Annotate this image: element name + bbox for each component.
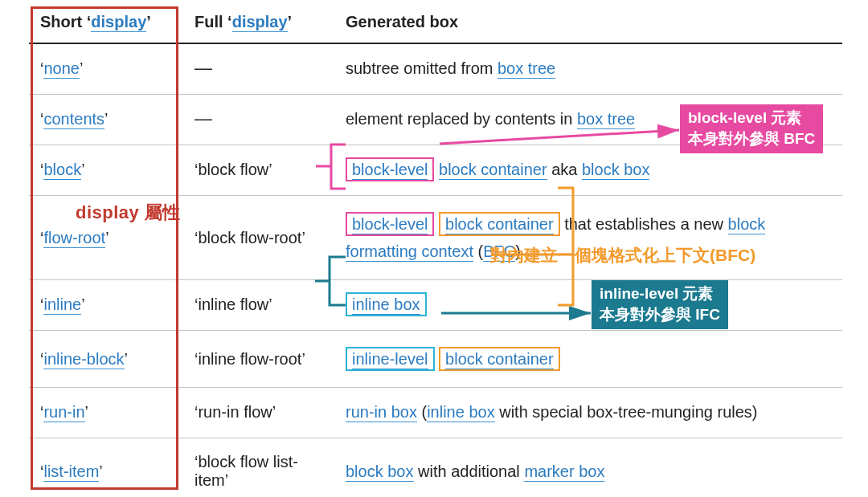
short-value[interactable]: run-in xyxy=(43,403,84,422)
table-row: none — subtree omitted from box tree xyxy=(29,43,842,95)
link[interactable]: block container xyxy=(439,161,547,180)
col-gen: Generated box xyxy=(334,5,842,43)
full-value: run-in flow xyxy=(183,388,334,438)
col-full: Full display xyxy=(183,5,334,43)
hl-block-container: block container xyxy=(439,212,560,236)
full-value: inline flow-root xyxy=(183,331,334,388)
full-value: block flow list-item xyxy=(183,438,334,498)
annotation-teal-badge: inline-level 元素 本身對外參與 IFC xyxy=(592,280,728,329)
gen-value: inline box xyxy=(334,280,842,331)
hl-block-level: block-level xyxy=(346,212,434,236)
short-value[interactable]: list-item xyxy=(43,462,99,482)
link[interactable]: block box xyxy=(582,161,650,180)
gen-value: run-in box (inline box with special box-… xyxy=(334,388,842,438)
link[interactable]: box tree xyxy=(497,59,555,79)
short-value[interactable]: contents xyxy=(43,110,104,129)
short-value[interactable]: none xyxy=(43,59,80,79)
table-header-row: Short display Full display Generated box xyxy=(29,5,842,43)
full-value: inline flow xyxy=(183,280,334,331)
gen-value: block box with additional marker box xyxy=(334,438,842,498)
short-value[interactable]: inline-block xyxy=(43,350,124,369)
gen-value: block-level block container that establi… xyxy=(334,196,842,280)
hl-block-container: block container xyxy=(439,347,560,371)
annotation-display-label: display 屬性 xyxy=(76,201,181,225)
table-row: list-item block flow list-item block box… xyxy=(29,438,842,498)
short-value[interactable]: flow-root xyxy=(43,229,105,248)
badge-line: 本身對外參與 IFC xyxy=(600,304,720,325)
link[interactable]: marker box xyxy=(524,462,604,482)
badge-line: 本身對外參與 BFC xyxy=(688,128,815,149)
display-link[interactable]: display xyxy=(232,13,288,32)
table-row: inline-block inline flow-root inline-lev… xyxy=(29,331,842,388)
annotation-pink-badge: block-level 元素 本身對外參與 BFC xyxy=(680,104,823,153)
link[interactable]: block box xyxy=(346,462,414,482)
hl-block-level: block-level xyxy=(346,157,434,181)
table-row: run-in run-in flow run-in box (inline bo… xyxy=(29,388,842,438)
badge-line: block-level 元素 xyxy=(688,109,802,126)
full-value: — xyxy=(183,43,334,95)
hl-inline-level: inline-level xyxy=(346,347,435,371)
short-value[interactable]: inline xyxy=(43,295,81,315)
link[interactable]: inline box xyxy=(427,403,495,422)
gen-value: inline-level block container xyxy=(334,331,842,388)
hl-inline-box: inline box xyxy=(346,292,427,316)
full-value: block flow xyxy=(183,145,334,196)
link[interactable]: run-in box xyxy=(346,403,417,422)
col-short: Short display xyxy=(29,5,183,43)
label: Full xyxy=(194,13,227,31)
badge-line: inline-level 元素 xyxy=(600,285,713,302)
gen-value: subtree omitted from box tree xyxy=(334,43,842,95)
annotation-orange-note: 對內建立一個塊格式化上下文(BFC) xyxy=(490,244,755,267)
full-value: block flow-root xyxy=(183,196,334,280)
link[interactable]: box tree xyxy=(577,110,635,129)
label: Short xyxy=(40,13,87,31)
full-value: — xyxy=(183,95,334,145)
short-value[interactable]: block xyxy=(43,161,81,180)
display-link[interactable]: display xyxy=(91,13,146,32)
